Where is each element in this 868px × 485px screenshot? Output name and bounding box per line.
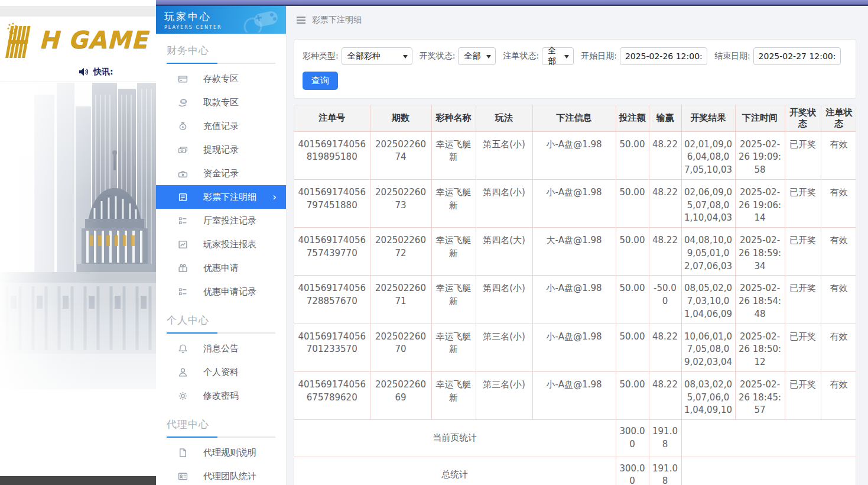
page-summary-empty [681,420,856,457]
cell-order-status: 有效 [821,276,856,324]
cell-result: 08,05,02,07,03,10,01,04,06,09 [681,276,735,324]
page-summary-winloss: 191.08 [649,420,681,457]
section-underline [167,436,275,438]
sidebar-item-recharge-records[interactable]: 充值记录 [156,114,286,138]
sidebar-item-player-bet-report[interactable]: 玩家投注报表 [156,232,286,256]
cell-play: 第五名(小) [476,131,532,179]
sidebar-item-lottery-bet-details[interactable]: 彩票下注明细 › [156,185,286,209]
sidebar-item-withdrawal-records[interactable]: 提现记录 [156,138,286,161]
screen: H GAME 快讯: [0,0,868,485]
section-underline [167,63,275,64]
promo-gift-icon [177,263,188,273]
report-chart-icon [177,239,188,250]
sidebar-item-withdraw-zone[interactable]: 取款专区 [156,90,286,114]
table-row: 401569174056728857670 20250226071 幸运飞艇新 … [294,276,856,324]
cell-time: 2025-02-26 18:45:57 [735,371,785,419]
page-summary-row: 当前页统计 300.00 191.08 [294,420,856,457]
cell-draw-status: 已开奖 [785,228,821,276]
sidebar-item-label: 资金记录 [203,168,239,179]
cell-lottery: 幸运飞艇新 [431,371,476,419]
person-icon [177,367,188,377]
cell-play: 第四名(小) [476,179,532,227]
cell-time: 2025-02-26 18:50:12 [735,324,785,371]
sidebar-header: 玩家中心 PLAYERS CENTER [156,6,286,34]
total-summary-label: 总统计 [294,457,616,485]
withdraw-cash-icon [177,144,188,155]
cell-lottery: 幸运飞艇新 [431,179,476,227]
cell-winloss: 48.22 [649,228,681,276]
col-lottery: 彩种名称 [431,105,476,131]
sidebar-item-fund-records[interactable]: 资金记录 [156,161,286,185]
bet-details-table: 注单号 期数 彩种名称 玩法 下注信息 投注额 输赢 开奖结果 下注时间 开奖状… [294,105,856,485]
cell-draw-status: 已开奖 [785,324,821,371]
start-date-input[interactable] [620,47,707,65]
sidebar-item-label: 厅室投注记录 [203,215,256,227]
document-icon [177,447,188,458]
cell-time: 2025-02-26 18:54:48 [735,276,785,324]
table-header-row: 注单号 期数 彩种名称 玩法 下注信息 投注额 输赢 开奖结果 下注时间 开奖状… [294,105,856,131]
hamburger-menu-icon[interactable] [297,17,305,24]
site-logo: H GAME [0,17,156,62]
cell-order-id: 401569174056797451880 [294,179,370,227]
sidebar-item-label: 消息公告 [203,343,239,354]
filter-panel: 彩种类型: 全部彩种 开奖状态: 全部 注单状态: 全部 开始日期: 结束日期:… [294,39,856,99]
query-button[interactable]: 查询 [303,72,338,90]
cell-order-id: 401569174056728857670 [294,276,370,324]
order-status-select[interactable]: 全部 [542,47,574,65]
cell-lottery: 幸运飞艇新 [431,276,476,324]
cell-bet-info: 大-A盘@1.98 [532,228,616,276]
sidebar: 玩家中心 PLAYERS CENTER 财务中心 存款专区 取款 [156,6,287,485]
table-row: 401569174056797451880 20250226073 幸运飞艇新 … [294,179,856,227]
table-row: 401569174056701233570 20250226070 幸运飞艇新 … [294,324,856,371]
cell-draw-status: 已开奖 [785,131,821,179]
sidebar-item-label: 充值记录 [203,121,239,132]
sidebar-item-label: 个人资料 [203,367,239,378]
sidebar-item-hall-bet-records[interactable]: 厅室投注记录 [156,209,286,232]
window-top-strip [156,0,868,6]
cell-play: 第四名(大) [476,228,532,276]
logo-h-bars-icon [4,21,38,58]
cell-draw-status: 已开奖 [785,179,821,227]
sidebar-item-agent-rules[interactable]: 代理规则说明 [156,441,286,464]
cell-period: 20250226072 [370,228,431,276]
recharge-bag-icon [177,121,188,131]
sidebar-item-label: 玩家投注报表 [203,239,256,250]
cell-time: 2025-02-26 19:09:58 [735,131,785,179]
cell-bet-info: 小-A盘@1.98 [532,179,616,227]
section-title-finance: 财务中心 [167,44,286,57]
cell-bet-info: 小-A盘@1.98 [532,324,616,371]
sidebar-item-label: 优惠申请 [203,263,239,274]
draw-status-select[interactable]: 全部 [458,47,496,65]
sidebar-item-promo-apply[interactable]: 优惠申请 [156,256,286,280]
cell-period: 20250226071 [370,276,431,324]
sidebar-item-label: 代理规则说明 [203,447,256,458]
sidebar-item-promo-apply-records[interactable]: 优惠申请记录 [156,280,286,303]
table-row: 401569174056675789620 20250226069 幸运飞艇新 … [294,371,856,419]
chevron-right-icon: › [272,192,277,202]
sidebar-item-agent-team-stats[interactable]: 代理团队统计 [156,464,286,485]
total-summary-bet: 300.00 [616,457,649,485]
cell-order-id: 401569174056675789620 [294,371,370,419]
cell-result: 02,01,09,06,04,08,07,05,10,03 [681,131,735,179]
sidebar-item-label: 取款专区 [203,97,239,108]
table-row: 401569174056757439770 20250226072 幸运飞艇新 … [294,228,856,276]
capitol-background-image [0,83,156,476]
cell-order-status: 有效 [821,371,856,419]
total-summary-empty [681,457,856,485]
speaker-icon [79,67,89,76]
cell-result: 10,06,01,07,05,08,09,02,03,04 [681,324,735,371]
sidebar-item-messages[interactable]: 消息公告 [156,337,286,360]
sidebar-item-change-password[interactable]: 修改密码 [156,384,286,408]
lottery-type-select[interactable]: 全部彩种 [342,47,412,65]
sidebar-item-profile[interactable]: 个人资料 [156,360,286,384]
sidebar-item-label: 提现记录 [203,144,239,156]
end-date-input[interactable] [753,47,841,65]
col-play: 玩法 [476,105,532,131]
sidebar-item-label: 修改密码 [203,390,239,402]
cell-order-status: 有效 [821,324,856,371]
start-date-label: 开始日期: [581,51,617,62]
topbar: 彩票下注明细 [287,6,868,34]
order-status-label: 注单状态: [503,51,539,62]
col-amount: 投注额 [616,105,649,131]
sidebar-item-deposit-zone[interactable]: 存款专区 [156,67,286,90]
